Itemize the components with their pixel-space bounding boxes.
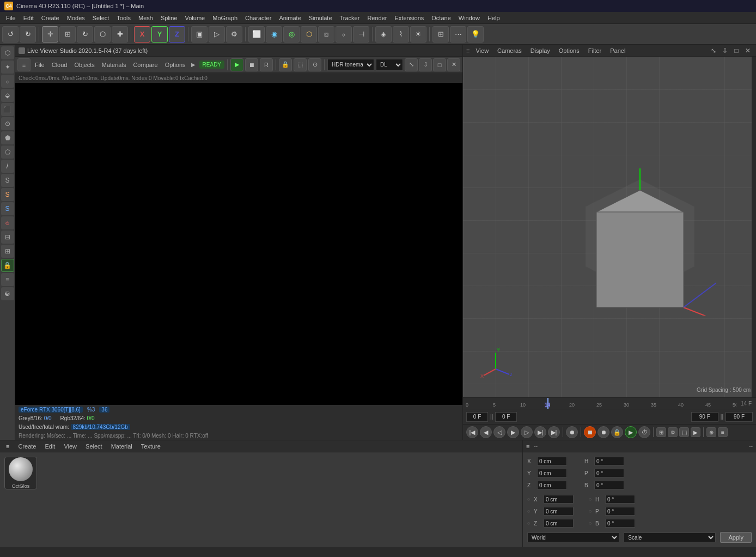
mat-menu-view[interactable]: View bbox=[61, 442, 80, 451]
props-toggle[interactable]: ≡ bbox=[526, 443, 529, 450]
settings-btn[interactable]: ⚙ bbox=[226, 26, 242, 43]
render-view-btn[interactable]: ☀ bbox=[410, 26, 426, 43]
3d-fx-btn[interactable]: ⧈ bbox=[318, 26, 334, 43]
oct-play-main[interactable]: ▶ bbox=[625, 426, 637, 438]
oct-lock-btn[interactable]: 🔒 bbox=[279, 58, 292, 71]
apply-button[interactable]: Apply bbox=[720, 532, 752, 543]
undo-btn[interactable]: ↺ bbox=[2, 26, 19, 43]
sub-y-input[interactable] bbox=[544, 507, 574, 516]
next-frame-btn[interactable]: ▶| bbox=[534, 426, 546, 438]
menu-mograph[interactable]: MoGraph bbox=[209, 14, 241, 22]
left-icon-15[interactable]: ⊞ bbox=[1, 245, 14, 258]
pbx-layers-btn[interactable]: ⊞ bbox=[656, 427, 666, 437]
vp-icon-down[interactable]: ⇩ bbox=[720, 46, 730, 56]
obj-transform-btn[interactable]: ▷ bbox=[209, 26, 225, 43]
menu-tracker[interactable]: Tracker bbox=[336, 14, 364, 22]
oct-menu-objects[interactable]: Objects bbox=[71, 60, 97, 69]
current-frame-input[interactable] bbox=[466, 412, 488, 422]
oct-menu-btn[interactable]: ≡ bbox=[17, 58, 31, 71]
menu-file[interactable]: File bbox=[2, 14, 20, 22]
rotate-mode-btn[interactable]: ↻ bbox=[77, 26, 93, 43]
left-icon-1[interactable]: ⬡ bbox=[1, 46, 14, 59]
end-frame-input2[interactable] bbox=[725, 412, 753, 422]
left-icon-11[interactable]: S bbox=[1, 188, 14, 201]
record-btn[interactable]: ⏺ bbox=[566, 426, 578, 438]
left-icon-18[interactable]: ☯ bbox=[1, 287, 14, 300]
menu-mesh[interactable]: Mesh bbox=[135, 14, 157, 22]
left-icon-13[interactable]: ⌾ bbox=[1, 216, 14, 229]
menu-animate[interactable]: Animate bbox=[275, 14, 304, 22]
playhead-frame-input[interactable] bbox=[495, 412, 517, 422]
poly-edit-btn[interactable]: ◈ bbox=[375, 26, 392, 43]
spline-btn[interactable]: ⌇ bbox=[393, 26, 409, 43]
oct-menu-materials[interactable]: Materials bbox=[99, 60, 129, 69]
left-icon-9[interactable]: / bbox=[1, 160, 14, 173]
sub-b-input[interactable] bbox=[605, 519, 635, 528]
mat-menu-select[interactable]: Select bbox=[83, 442, 105, 451]
timeline-ticks[interactable]: 0 5 10 14 20 25 30 35 40 45 50 55 60 65 … bbox=[463, 398, 736, 409]
oct-stop-btn[interactable]: ⏹ bbox=[245, 58, 258, 71]
3d-render-btn[interactable]: ◉ bbox=[266, 26, 282, 43]
oct-icon-btn1[interactable]: ⤡ bbox=[405, 58, 418, 71]
vp-menu-cameras[interactable]: Cameras bbox=[495, 46, 525, 55]
vp-menu-filter[interactable]: Filter bbox=[586, 46, 604, 55]
coord-system-dropdown[interactable]: World Object Camera bbox=[527, 532, 619, 542]
octane-close-btn[interactable] bbox=[19, 47, 25, 54]
y-pos-input[interactable] bbox=[537, 469, 567, 477]
add-mode-btn[interactable]: ✚ bbox=[112, 26, 128, 43]
oct-picker-btn[interactable]: ⊙ bbox=[308, 58, 321, 71]
left-icon-6[interactable]: ⊙ bbox=[1, 117, 14, 130]
left-icon-5[interactable]: ⬛ bbox=[1, 103, 14, 116]
left-icon-17[interactable]: ≡ bbox=[1, 273, 14, 286]
end-frame-input[interactable] bbox=[691, 412, 718, 422]
play-btn[interactable]: ▶ bbox=[507, 426, 519, 438]
oct-lock2[interactable]: 🔒 bbox=[611, 426, 623, 438]
prev-frame-btn[interactable]: ◀ bbox=[480, 426, 492, 438]
more-btn[interactable]: ⋯ bbox=[450, 26, 466, 43]
menu-help[interactable]: Help bbox=[484, 14, 504, 22]
left-icon-7[interactable]: ⬟ bbox=[1, 131, 14, 144]
left-icon-12[interactable]: S bbox=[1, 202, 14, 215]
vp-icon-close[interactable]: ✕ bbox=[743, 46, 753, 56]
goto-end-btn[interactable]: ▶| bbox=[548, 426, 560, 438]
oct-menu-cloud[interactable]: Cloud bbox=[49, 60, 70, 69]
left-icon-3[interactable]: ⬦ bbox=[1, 75, 14, 88]
grid-btn[interactable]: ⊞ bbox=[432, 26, 449, 43]
mat-menu-material[interactable]: Material bbox=[108, 442, 135, 451]
menu-render[interactable]: Render bbox=[363, 14, 391, 22]
oct-menu-file[interactable]: File bbox=[32, 60, 47, 69]
menu-window[interactable]: Window bbox=[455, 14, 484, 22]
pbx-collapse-btn[interactable]: ≡ bbox=[718, 427, 728, 437]
menu-simulate[interactable]: Simulate bbox=[305, 14, 336, 22]
vp-icon-window[interactable]: □ bbox=[731, 46, 741, 56]
viewport-canvas[interactable]: Perspective Default Camera✦✦ bbox=[463, 57, 756, 397]
object-mode-btn[interactable]: ⬡ bbox=[94, 26, 111, 43]
menu-extensions[interactable]: Extensions bbox=[391, 14, 428, 22]
3d-obj-btn[interactable]: ⬦ bbox=[336, 26, 352, 43]
vp-menu-toggle[interactable]: ≡ bbox=[466, 47, 470, 54]
dl-dropdown[interactable]: DL bbox=[376, 59, 403, 71]
z-pos-input[interactable] bbox=[537, 481, 567, 489]
viewport-scrollbar-right[interactable] bbox=[752, 57, 756, 397]
menu-octane[interactable]: Octane bbox=[428, 14, 454, 22]
left-icon-2[interactable]: ✦ bbox=[1, 60, 14, 74]
left-icon-8[interactable]: ⬠ bbox=[1, 146, 14, 159]
b-input[interactable] bbox=[594, 481, 624, 489]
oct-region-btn[interactable]: ⬚ bbox=[294, 58, 307, 71]
menu-tools[interactable]: Tools bbox=[113, 14, 135, 22]
transform-dropdown[interactable]: Scale Move Rotate bbox=[624, 532, 716, 542]
vp-menu-options[interactable]: Options bbox=[556, 46, 582, 55]
oct-play-btn[interactable]: ▶ bbox=[230, 58, 243, 71]
oct-menu-compare[interactable]: Compare bbox=[130, 60, 160, 69]
menu-modes[interactable]: Modes bbox=[63, 14, 89, 22]
menu-edit[interactable]: Edit bbox=[20, 14, 38, 22]
pbx-render-btn[interactable]: ⚙ bbox=[668, 427, 678, 437]
prev-btn[interactable]: ◁ bbox=[493, 426, 505, 438]
left-icon-16[interactable]: 🔒 bbox=[1, 259, 14, 272]
sub-x-input[interactable] bbox=[544, 495, 574, 504]
oct-record2[interactable]: ⏺ bbox=[598, 426, 609, 438]
menu-create[interactable]: Create bbox=[38, 14, 63, 22]
z-axis-btn[interactable]: Z bbox=[169, 26, 185, 43]
menu-select[interactable]: Select bbox=[89, 14, 113, 22]
vp-menu-view[interactable]: View bbox=[473, 46, 491, 55]
